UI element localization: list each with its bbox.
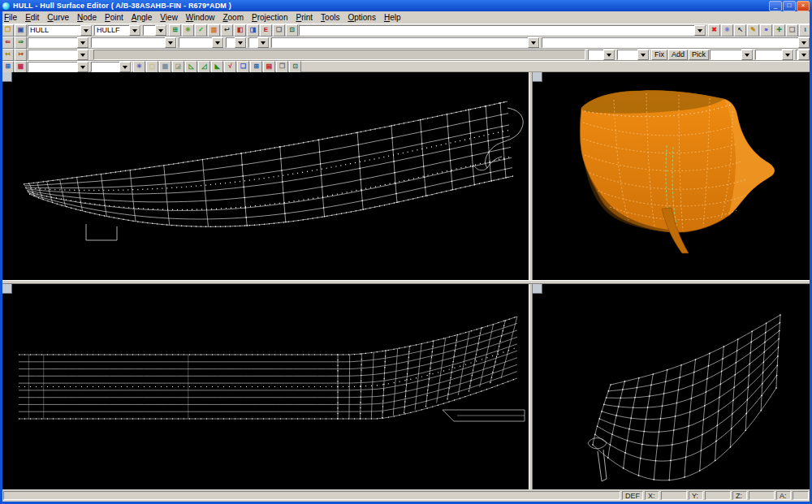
curve-expression-combo[interactable] [542,37,810,48]
pick-button[interactable]: Pick [689,50,709,60]
draw-pencil-icon[interactable]: ✎ [747,24,759,37]
display-set-combo[interactable] [28,62,89,72]
combo-dropdown-icon[interactable] [129,25,140,36]
save-icon[interactable]: ▣ [15,24,27,37]
viewport-corner-button[interactable] [2,284,12,294]
curve-index-combo[interactable] [226,37,247,48]
pick-cursor-icon[interactable]: ↖ [734,24,746,37]
menu-item-print[interactable]: Print [293,13,317,22]
grid-mode-icon[interactable]: ⊞ [2,61,14,73]
point-unit-combo[interactable] [796,50,810,60]
viewport-profile-hull[interactable] [2,284,529,489]
menu-item-zoom[interactable]: Zoom [219,13,247,22]
combo-dropdown-icon[interactable] [212,37,223,48]
close-button[interactable]: × [797,1,810,11]
combo-dropdown-icon[interactable] [165,37,176,48]
point-list-combo[interactable] [28,50,89,60]
table-grid-icon[interactable]: ⊞ [250,61,262,73]
menu-item-file[interactable]: File [1,13,20,22]
combo-dropdown-icon[interactable] [782,50,793,60]
menu-item-projection[interactable]: Projection [248,13,291,22]
erase-icon[interactable]: ◪ [172,61,184,73]
node-star-icon[interactable]: ✳ [133,61,145,73]
point-mode-combo[interactable] [710,50,754,60]
undo-arrow-icon[interactable]: ↩ [221,24,233,37]
point-x-combo[interactable] [588,50,615,60]
viewport-corner-button[interactable] [2,72,12,82]
combo-dropdown-icon[interactable] [77,37,89,48]
combo-dropdown-icon[interactable] [119,62,131,72]
menu-item-edit[interactable]: Edit [22,13,42,22]
curve-type-combo[interactable] [91,37,177,48]
menu-item-angle[interactable]: Angle [128,13,156,22]
viewport-stern-wireframe[interactable] [533,284,810,489]
folder-out-icon[interactable]: ❏ [237,61,249,73]
new-surface-icon[interactable]: ⊞ [169,24,181,37]
curve-subindex-combo[interactable] [248,37,270,48]
curve-id-combo[interactable] [179,37,224,48]
window-tile-icon[interactable]: ❏ [273,24,285,37]
combo-dropdown-icon[interactable] [80,25,92,36]
angle-tool-3-icon[interactable]: ◣ [211,61,223,73]
step-back-icon[interactable]: ↢ [2,49,14,61]
maximize-button[interactable]: □ [783,1,796,11]
menu-item-help[interactable]: Help [381,13,404,22]
minimize-button[interactable]: _ [769,1,782,11]
combo-dropdown-icon[interactable] [637,50,649,60]
combo-dropdown-icon[interactable] [798,50,810,60]
patch-icon[interactable]: ▥ [208,24,220,37]
curve-group-combo[interactable] [28,37,89,48]
display-filter-combo[interactable] [91,62,132,72]
menu-item-node[interactable]: Node [74,13,100,22]
add-button[interactable]: Add [668,50,688,60]
export-icon[interactable]: ❐ [276,61,288,73]
combo-dropdown-icon[interactable] [741,50,753,60]
hull-part-combo[interactable]: HULLF [94,25,141,36]
menu-item-tools[interactable]: Tools [317,13,343,22]
edge-mode-icon[interactable]: E [260,24,272,37]
prev-arrow-icon[interactable]: ⇐ [2,37,14,49]
hull-surface-combo[interactable]: HULL [28,25,93,36]
combo-dropdown-icon[interactable] [603,50,615,60]
combo-dropdown-icon[interactable] [235,37,246,48]
point-y-combo[interactable] [617,50,650,60]
node-mode-icon[interactable]: ▦ [15,61,27,73]
blank-swatch-icon[interactable]: ▢ [146,61,158,73]
menu-item-point[interactable]: Point [102,13,127,22]
menu-item-view[interactable]: View [157,13,181,22]
fast-forward-icon[interactable]: » [760,24,772,37]
menu-item-curve[interactable]: Curve [44,13,72,22]
region-select-icon[interactable]: ▩ [159,61,171,73]
step-forward-icon[interactable]: ↣ [15,49,27,61]
viewport-corner-button[interactable] [533,72,542,82]
pan-icon[interactable]: ✛ [773,24,785,37]
flip-right-icon[interactable]: ◨ [247,24,259,37]
apply-check-icon[interactable]: ✓ [195,24,207,37]
viewport-perspective-hull[interactable] [2,72,529,280]
selection-name-combo[interactable] [299,25,706,36]
curve-definition-combo[interactable] [271,37,540,48]
viewport-corner-button[interactable] [533,284,542,294]
open-icon[interactable]: ❐ [2,24,14,37]
angle-tool-1-icon[interactable]: ◺ [185,61,197,73]
menu-item-options[interactable]: Options [344,13,378,22]
window-cascade-icon[interactable]: ⊡ [286,24,298,37]
snap-node-icon[interactable]: ✳ [721,24,733,37]
flip-left-icon[interactable]: ◧ [234,24,246,37]
edit-surface-icon[interactable]: ✳ [182,24,194,37]
variant-combo[interactable] [143,25,167,36]
combo-dropdown-icon[interactable] [257,37,269,48]
combo-dropdown-icon[interactable] [77,50,89,60]
import-icon[interactable]: ⊡ [289,61,301,73]
fix-button[interactable]: Fix [651,50,667,60]
combo-dropdown-icon[interactable] [155,25,166,36]
horizontal-splitter[interactable] [2,280,810,284]
combo-dropdown-icon[interactable] [528,37,539,48]
angle-tool-2-icon[interactable]: ◿ [198,61,210,73]
viewport-shaded-stern[interactable] [533,72,810,280]
point-ref-combo[interactable] [755,50,794,60]
table-red-icon[interactable]: ▤ [263,61,275,73]
verify-icon[interactable]: √ [224,61,236,73]
delete-icon[interactable]: ✖ [708,24,720,37]
menu-item-window[interactable]: Window [183,13,218,22]
